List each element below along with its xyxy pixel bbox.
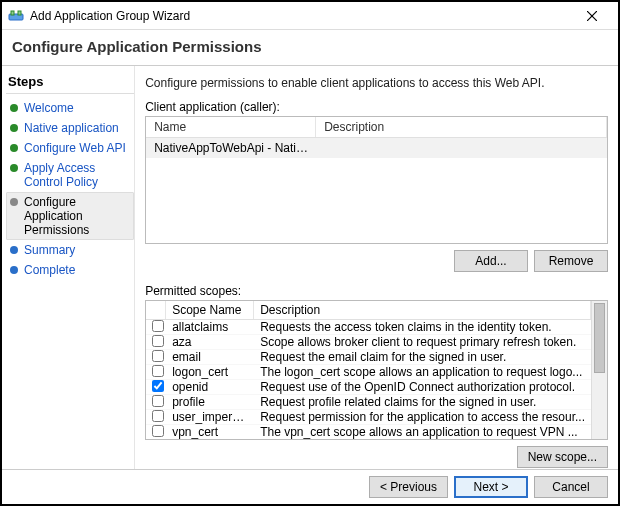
next-button[interactable]: Next >: [454, 476, 528, 498]
scope-checkbox[interactable]: [152, 380, 164, 392]
scope-checkbox[interactable]: [152, 425, 164, 437]
column-header-name[interactable]: Name: [146, 117, 316, 137]
window-title: Add Application Group Wizard: [30, 9, 572, 23]
previous-button[interactable]: < Previous: [369, 476, 448, 498]
scope-description: Request the email claim for the signed i…: [254, 350, 591, 364]
step-label: Summary: [24, 243, 75, 257]
scope-description: Request use of the OpenID Connect author…: [254, 380, 591, 394]
step-label: Native application: [24, 121, 119, 135]
permitted-scopes-list[interactable]: Scope Name Description allatclaimsReques…: [145, 300, 608, 440]
scope-name: user_imperso...: [166, 410, 254, 424]
scope-name: allatclaims: [166, 320, 254, 334]
step-bullet-icon: [10, 164, 18, 172]
scopes-header: Scope Name Description: [146, 301, 591, 320]
step-bullet-icon: [10, 266, 18, 274]
scope-row[interactable]: user_imperso...Request permission for th…: [146, 410, 591, 425]
step-label: Welcome: [24, 101, 74, 115]
step-native-application[interactable]: Native application: [6, 118, 134, 138]
client-app-description: [316, 138, 607, 158]
scope-checkbox[interactable]: [152, 410, 164, 422]
scope-description: The logon_cert scope allows an applicati…: [254, 365, 591, 379]
scope-description: Request permission for the application t…: [254, 410, 591, 424]
scope-row[interactable]: logon_certThe logon_cert scope allows an…: [146, 365, 591, 380]
svg-rect-2: [18, 11, 21, 15]
client-app-row[interactable]: NativeAppToWebApi - Native applicati...: [146, 138, 607, 158]
step-bullet-icon: [10, 198, 18, 206]
step-bullet-icon: [10, 124, 18, 132]
column-header-scope-description[interactable]: Description: [254, 301, 591, 319]
scope-checkbox[interactable]: [152, 395, 164, 407]
sidebar: Steps Welcome Native application Configu…: [2, 66, 135, 504]
close-icon: [587, 11, 597, 21]
scope-row[interactable]: vpn_certThe vpn_cert scope allows an app…: [146, 425, 591, 439]
scope-name: aza: [166, 335, 254, 349]
scopes-scrollbar[interactable]: [591, 301, 607, 439]
scope-description: Scope allows broker client to request pr…: [254, 335, 591, 349]
step-bullet-icon: [10, 246, 18, 254]
client-app-list[interactable]: Name Description NativeAppToWebApi - Nat…: [145, 116, 608, 244]
new-scope-button[interactable]: New scope...: [517, 446, 608, 468]
scope-name: profile: [166, 395, 254, 409]
app-icon: [8, 8, 24, 24]
scope-row[interactable]: emailRequest the email claim for the sig…: [146, 350, 591, 365]
steps-heading: Steps: [6, 72, 134, 94]
step-complete[interactable]: Complete: [6, 260, 134, 280]
step-bullet-icon: [10, 104, 18, 112]
column-header-description[interactable]: Description: [316, 117, 607, 137]
scope-name: vpn_cert: [166, 425, 254, 439]
client-app-name: NativeAppToWebApi - Native applicati...: [146, 138, 316, 158]
scope-checkbox[interactable]: [152, 335, 164, 347]
remove-button[interactable]: Remove: [534, 250, 608, 272]
column-header-scope-name[interactable]: Scope Name: [166, 301, 254, 319]
scope-row[interactable]: azaScope allows broker client to request…: [146, 335, 591, 350]
step-label: Configure Application Permissions: [24, 195, 132, 237]
step-configure-web-api[interactable]: Configure Web API: [6, 138, 134, 158]
scope-row[interactable]: openidRequest use of the OpenID Connect …: [146, 380, 591, 395]
close-button[interactable]: [572, 2, 612, 30]
step-bullet-icon: [10, 144, 18, 152]
scope-checkbox[interactable]: [152, 350, 164, 362]
step-summary[interactable]: Summary: [6, 240, 134, 260]
scope-name: openid: [166, 380, 254, 394]
scrollbar-thumb[interactable]: [594, 303, 605, 373]
header: Configure Application Permissions: [2, 30, 618, 66]
client-app-list-header: Name Description: [146, 117, 607, 138]
scope-name: email: [166, 350, 254, 364]
client-app-label: Client application (caller):: [145, 100, 608, 114]
scope-description: Requests the access token claims in the …: [254, 320, 591, 334]
step-label: Complete: [24, 263, 75, 277]
scope-description: The vpn_cert scope allows an application…: [254, 425, 591, 439]
step-label: Configure Web API: [24, 141, 126, 155]
step-welcome[interactable]: Welcome: [6, 98, 134, 118]
main-panel: Configure permissions to enable client a…: [135, 66, 618, 504]
step-apply-access-control-policy[interactable]: Apply Access Control Policy: [6, 158, 134, 192]
add-button[interactable]: Add...: [454, 250, 528, 272]
title-bar: Add Application Group Wizard: [2, 2, 618, 30]
scope-name: logon_cert: [166, 365, 254, 379]
scope-row[interactable]: profileRequest profile related claims fo…: [146, 395, 591, 410]
scope-checkbox[interactable]: [152, 365, 164, 377]
page-title: Configure Application Permissions: [12, 38, 608, 55]
intro-text: Configure permissions to enable client a…: [145, 76, 608, 90]
step-label: Apply Access Control Policy: [24, 161, 132, 189]
cancel-button[interactable]: Cancel: [534, 476, 608, 498]
wizard-footer: < Previous Next > Cancel: [2, 469, 618, 504]
svg-rect-1: [11, 11, 14, 15]
permitted-scopes-label: Permitted scopes:: [145, 284, 608, 298]
scope-row[interactable]: allatclaimsRequests the access token cla…: [146, 320, 591, 335]
scope-description: Request profile related claims for the s…: [254, 395, 591, 409]
step-configure-application-permissions[interactable]: Configure Application Permissions: [6, 192, 134, 240]
scope-checkbox[interactable]: [152, 320, 164, 332]
